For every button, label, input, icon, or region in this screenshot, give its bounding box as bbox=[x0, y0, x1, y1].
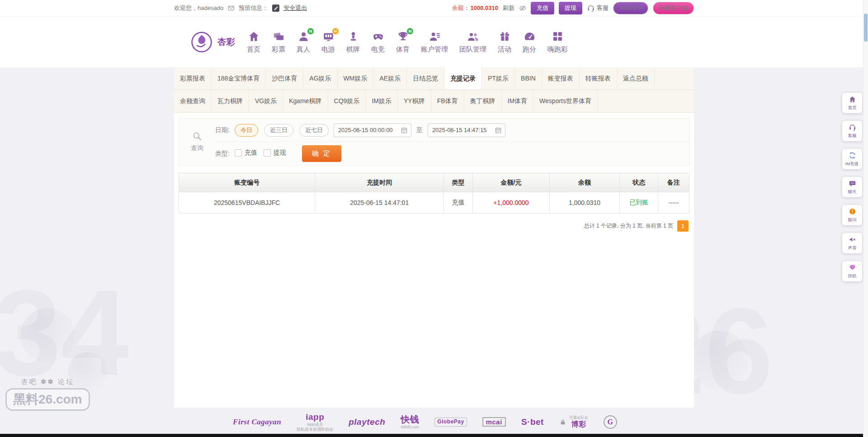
customer-service[interactable]: 客服 bbox=[587, 4, 609, 12]
calendar-icon[interactable] bbox=[495, 127, 502, 134]
to-label: 至 bbox=[416, 126, 423, 134]
tab-row2-4[interactable]: Kgame棋牌 bbox=[283, 90, 328, 112]
sidebar-item-4[interactable]: 聊天 bbox=[842, 177, 862, 197]
tab-row1-11[interactable]: 账变报表 bbox=[542, 67, 580, 90]
tab-row1-9[interactable]: PT娱乐 bbox=[482, 67, 515, 90]
site-logo[interactable]: 杏彩 bbox=[190, 31, 235, 53]
tab-row1-7[interactable]: 日结总览 bbox=[407, 67, 444, 90]
footer-logo-4: 快钱99bill.com bbox=[401, 414, 419, 429]
tab-row2-11[interactable]: Wesports世界体育 bbox=[533, 90, 598, 112]
nav-badge: H bbox=[332, 28, 339, 34]
tab-row1-8[interactable]: 充提记录 bbox=[444, 67, 482, 90]
query-column[interactable]: 查询 bbox=[179, 119, 215, 165]
quick-date-3[interactable]: 近七日 bbox=[299, 124, 329, 137]
sidebar-item-1[interactable]: 首页 bbox=[842, 93, 862, 113]
footer-logo-sub: 99bill.com bbox=[401, 425, 420, 429]
pc-client-button[interactable]: 电脑客户端 bbox=[653, 2, 694, 14]
activity-icon bbox=[499, 30, 511, 43]
date-from-field[interactable] bbox=[337, 126, 399, 134]
chat-icon bbox=[849, 180, 856, 187]
type-option-2[interactable]: 提现 bbox=[264, 149, 286, 157]
tab-row1-6[interactable]: AE娱乐 bbox=[373, 67, 407, 90]
watermark-forum-text: 杏吧 ✽✽ 论坛 bbox=[5, 378, 90, 386]
tab-row1-3[interactable]: 沙巴体育 bbox=[266, 67, 303, 90]
envelope-icon[interactable] bbox=[227, 5, 235, 12]
tab-row1-10[interactable]: BBIN bbox=[515, 67, 542, 90]
withdraw-button[interactable]: 提现 bbox=[559, 2, 582, 14]
nav-item-12[interactable]: 嗨跑彩 bbox=[547, 30, 568, 54]
type-option-label: 提现 bbox=[274, 149, 286, 157]
tab-row2-5[interactable]: CQ9娱乐 bbox=[328, 90, 366, 112]
tab-row2-10[interactable]: IM体育 bbox=[502, 90, 534, 112]
balance-value: 1000.0310 bbox=[471, 5, 498, 11]
nav-item-11[interactable]: 跑分 bbox=[523, 30, 536, 54]
nav-item-8[interactable]: 账户管理 bbox=[421, 30, 448, 54]
confirm-button[interactable]: 确 定 bbox=[302, 145, 341, 162]
scrollbar-thumb[interactable] bbox=[864, 14, 868, 42]
sidebar-item-2[interactable]: 客服 bbox=[842, 121, 862, 141]
tab-row1-5[interactable]: WM娱乐 bbox=[338, 67, 374, 90]
tab-row-2: 余额查询瓦力棋牌VG娱乐Kgame棋牌CQ9娱乐IM娱乐YY棋牌FB体育奥丁棋牌… bbox=[174, 90, 694, 113]
nav-item-9[interactable]: 团队管理 bbox=[459, 30, 486, 54]
eye-off-icon[interactable] bbox=[519, 5, 526, 12]
lock-icon bbox=[559, 418, 566, 426]
footer-logo-8: 博彩可靠&安全 bbox=[559, 415, 588, 428]
tab-row1-4[interactable]: AG娱乐 bbox=[303, 67, 337, 90]
checkbox-icon[interactable] bbox=[264, 149, 271, 157]
column-header-6: 状态 bbox=[620, 173, 658, 192]
background-ball bbox=[689, 331, 748, 390]
column-header-2: 充提时间 bbox=[315, 173, 444, 192]
edit-icon[interactable] bbox=[272, 5, 279, 12]
sidebar-item-label: 疑问 bbox=[848, 217, 857, 223]
footer-logo-6: mcai bbox=[482, 417, 506, 427]
tab-row2-2[interactable]: 瓦力棋牌 bbox=[212, 90, 249, 112]
nav-item-1[interactable]: 首页 bbox=[247, 30, 260, 54]
watermark: 杏吧 ✽✽ 论坛 黑料26.com bbox=[5, 378, 90, 411]
checkbox-icon[interactable] bbox=[235, 149, 242, 157]
nav-item-3[interactable]: 真人N bbox=[297, 30, 310, 54]
sidebar-item-label: 首页 bbox=[848, 104, 857, 110]
footer-logo-text: playtech bbox=[349, 417, 385, 427]
tab-row1-2[interactable]: 188金宝博体育 bbox=[212, 67, 266, 90]
nav-item-6[interactable]: 电竞 bbox=[371, 30, 385, 54]
mobile-app-button[interactable]: 手机APP bbox=[613, 2, 648, 14]
table-row: 20250615VBDAIBJJFC2025-06-15 14:47:01充值+… bbox=[179, 192, 689, 214]
deposit-button[interactable]: 充值 bbox=[531, 2, 554, 14]
date-from-input[interactable] bbox=[334, 124, 411, 137]
tab-row2-7[interactable]: YY棋牌 bbox=[398, 90, 431, 112]
nav-item-label: 嗨跑彩 bbox=[547, 45, 568, 54]
tab-row2-1[interactable]: 余额查询 bbox=[174, 90, 212, 112]
tab-row2-8[interactable]: FB体育 bbox=[431, 90, 464, 112]
sidebar-item-6[interactable]: 声音 bbox=[842, 233, 862, 253]
tab-row1-12[interactable]: 转账报表 bbox=[580, 67, 617, 90]
sidebar-item-3[interactable]: IM充值 bbox=[842, 149, 862, 169]
tab-row2-6[interactable]: IM娱乐 bbox=[366, 90, 398, 112]
quick-date-1[interactable]: 今日 bbox=[235, 124, 258, 137]
nav-item-7[interactable]: 体育N bbox=[396, 30, 410, 54]
date-to-input[interactable] bbox=[428, 124, 505, 137]
sound-icon bbox=[849, 236, 856, 243]
page-1-button[interactable]: 1 bbox=[677, 220, 689, 232]
tab-row1-1[interactable]: 彩票报表 bbox=[174, 67, 212, 90]
calendar-icon[interactable] bbox=[401, 127, 408, 134]
sidebar-item-7[interactable]: 挂机 bbox=[842, 261, 862, 281]
date-to-field[interactable] bbox=[431, 126, 493, 134]
nav-item-4[interactable]: 电游H bbox=[321, 30, 335, 54]
quick-date-group: 今日近三日近七日 bbox=[235, 124, 329, 137]
tab-row2-9[interactable]: 奥丁棋牌 bbox=[464, 90, 502, 112]
tab-row2-3[interactable]: VG娱乐 bbox=[249, 90, 283, 112]
im-recharge-icon bbox=[849, 152, 856, 159]
balance: 余额：1000.0310 bbox=[452, 4, 498, 12]
refresh-link[interactable]: 刷新 bbox=[503, 4, 514, 12]
nav-item-label: 棋牌 bbox=[346, 45, 360, 54]
nav-item-5[interactable]: 棋牌 bbox=[346, 30, 360, 54]
logout-link[interactable]: 安全退出 bbox=[283, 4, 307, 12]
quick-date-2[interactable]: 近三日 bbox=[264, 124, 293, 137]
type-option-1[interactable]: 充值 bbox=[235, 149, 257, 157]
sidebar-item-5[interactable]: 疑问 bbox=[842, 205, 862, 225]
nav-item-label: 活动 bbox=[498, 45, 511, 54]
tab-row1-13[interactable]: 返点总额 bbox=[617, 67, 655, 90]
nav-item-10[interactable]: 活动 bbox=[498, 30, 511, 54]
paofen-icon bbox=[524, 30, 536, 43]
nav-item-2[interactable]: 彩票 bbox=[272, 30, 285, 54]
